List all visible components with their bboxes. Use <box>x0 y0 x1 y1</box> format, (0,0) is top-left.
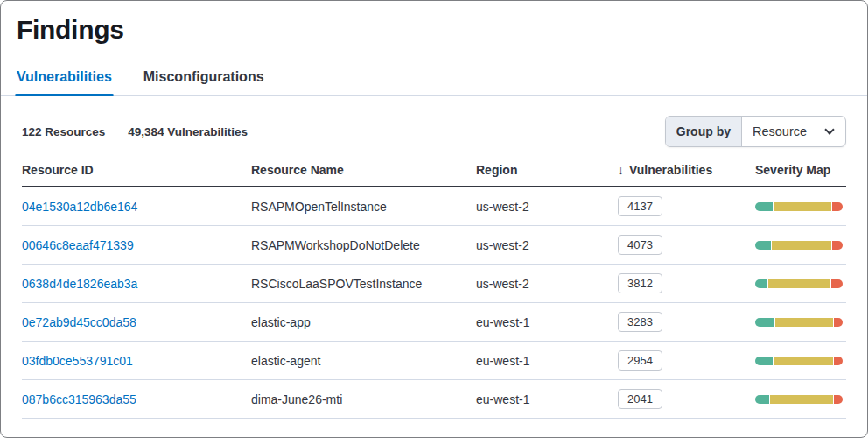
vulnerabilities-cell: 2954 <box>618 350 755 371</box>
group-by-value: Resource <box>752 124 807 138</box>
tab-vulnerabilities[interactable]: Vulnerabilities <box>17 69 112 95</box>
table-row: 087b6cc315963da55dima-June26-mtieu-west-… <box>22 380 846 419</box>
sort-arrow-down-icon: ↓ <box>618 163 624 177</box>
vulnerability-count-badge: 2954 <box>618 350 662 371</box>
resource-name: RSAPMWorkshopDoNotDelete <box>251 238 476 252</box>
vulnerability-count-badge: 4137 <box>618 196 662 216</box>
region: eu-west-1 <box>476 315 618 329</box>
vulnerabilities-cell: 2041 <box>618 389 755 409</box>
severity-map-cell <box>755 395 846 404</box>
resource-id-link[interactable]: 0e72ab9d45cc0da58 <box>22 315 251 329</box>
column-header-region[interactable]: Region <box>476 163 618 177</box>
severity-map-bar <box>755 202 843 211</box>
vulnerabilities-cell: 3283 <box>618 312 755 332</box>
severity-segment-medium <box>775 318 834 327</box>
resource-id-link[interactable]: 04e1530a12db6e164 <box>22 200 251 214</box>
severity-segment-critical <box>831 279 843 288</box>
severity-map-bar <box>755 357 843 365</box>
severity-map-bar <box>755 395 843 404</box>
resource-id-link[interactable]: 03fdb0ce553791c01 <box>22 354 251 368</box>
summary-stats: 122 Resources 49,384 Vulnerabilities <box>22 125 248 138</box>
severity-segment-low <box>755 395 769 404</box>
table-row: 0e72ab9d45cc0da58elastic-appeu-west-1328… <box>22 303 846 342</box>
table-body: 04e1530a12db6e164RSAPMOpenTelInstanceus-… <box>1 187 867 419</box>
toolbar: 122 Resources 49,384 Vulnerabilities Gro… <box>1 116 867 147</box>
region: eu-west-1 <box>476 392 618 406</box>
resource-id-link[interactable]: 087b6cc315963da55 <box>22 392 251 406</box>
severity-map-cell <box>755 241 846 250</box>
severity-segment-low <box>755 318 774 327</box>
resource-name: elastic-agent <box>251 354 476 368</box>
resource-name: dima-June26-mti <box>251 392 476 406</box>
findings-page: Findings Vulnerabilities Misconfiguratio… <box>0 0 868 438</box>
table-row: 04e1530a12db6e164RSAPMOpenTelInstanceus-… <box>22 187 846 226</box>
region: us-west-2 <box>476 238 618 252</box>
severity-map-bar <box>755 241 843 250</box>
severity-segment-medium <box>772 241 832 250</box>
group-by-select[interactable]: Resource <box>742 117 845 146</box>
vulnerabilities-count: 49,384 Vulnerabilities <box>128 125 248 138</box>
group-by-label: Group by <box>666 117 742 146</box>
column-header-severity-map[interactable]: Severity Map <box>755 163 846 177</box>
severity-map-bar <box>755 318 843 327</box>
column-header-vulnerabilities[interactable]: ↓ Vulnerabilities <box>618 163 755 177</box>
findings-table: Resource ID Resource Name Region ↓ Vulne… <box>1 163 867 419</box>
tab-misconfigurations[interactable]: Misconfigurations <box>144 69 264 95</box>
severity-segment-medium <box>774 357 834 365</box>
page-title: Findings <box>1 1 867 45</box>
severity-segment-low <box>755 241 771 250</box>
severity-segment-medium <box>768 279 831 288</box>
region: us-west-2 <box>476 200 618 214</box>
group-by-control[interactable]: Group by Resource <box>665 116 846 147</box>
vulnerabilities-cell: 3812 <box>618 273 755 293</box>
severity-segment-medium <box>774 202 832 211</box>
resource-name: RSAPMOpenTelInstance <box>251 200 476 214</box>
table-row: 03fdb0ce553791c01elastic-agenteu-west-12… <box>22 342 846 380</box>
table-header: Resource ID Resource Name Region ↓ Vulne… <box>22 163 846 187</box>
vulnerabilities-cell: 4073 <box>618 235 755 255</box>
column-header-resource-id[interactable]: Resource ID <box>22 163 251 177</box>
severity-segment-low <box>755 202 773 211</box>
resource-name: RSCiscoLaaSPOVTestInstance <box>251 277 476 291</box>
severity-map-bar <box>755 279 843 288</box>
severity-map-cell <box>755 279 846 288</box>
resource-id-link[interactable]: 0638d4de1826eab3a <box>22 277 251 291</box>
resource-name: elastic-app <box>251 315 476 329</box>
severity-segment-critical <box>832 202 843 211</box>
severity-segment-medium <box>770 395 834 404</box>
table-row: 00646c8eaaf471339RSAPMWorkshopDoNotDelet… <box>22 226 846 265</box>
table-row: 0638d4de1826eab3aRSCiscoLaaSPOVTestInsta… <box>22 265 846 303</box>
vulnerability-count-badge: 3812 <box>618 273 662 293</box>
severity-segment-low <box>755 279 767 288</box>
resources-count: 122 Resources <box>22 125 105 138</box>
vulnerability-count-badge: 4073 <box>618 235 662 255</box>
vulnerability-count-badge: 2041 <box>618 389 662 409</box>
severity-map-cell <box>755 202 846 211</box>
severity-segment-critical <box>832 241 843 250</box>
region: eu-west-1 <box>476 354 618 368</box>
chevron-down-icon <box>824 124 834 134</box>
resource-id-link[interactable]: 00646c8eaaf471339 <box>22 238 251 252</box>
column-header-vulnerabilities-label: Vulnerabilities <box>629 163 712 177</box>
severity-map-cell <box>755 357 846 365</box>
vulnerability-count-badge: 3283 <box>618 312 662 332</box>
column-header-resource-name[interactable]: Resource Name <box>251 163 476 177</box>
severity-map-cell <box>755 318 846 327</box>
severity-segment-critical <box>834 395 843 404</box>
tab-bar: Vulnerabilities Misconfigurations <box>1 69 867 96</box>
severity-segment-low <box>755 357 773 365</box>
vulnerabilities-cell: 4137 <box>618 196 755 216</box>
region: us-west-2 <box>476 277 618 291</box>
severity-segment-critical <box>834 318 843 327</box>
severity-segment-critical <box>834 357 843 365</box>
